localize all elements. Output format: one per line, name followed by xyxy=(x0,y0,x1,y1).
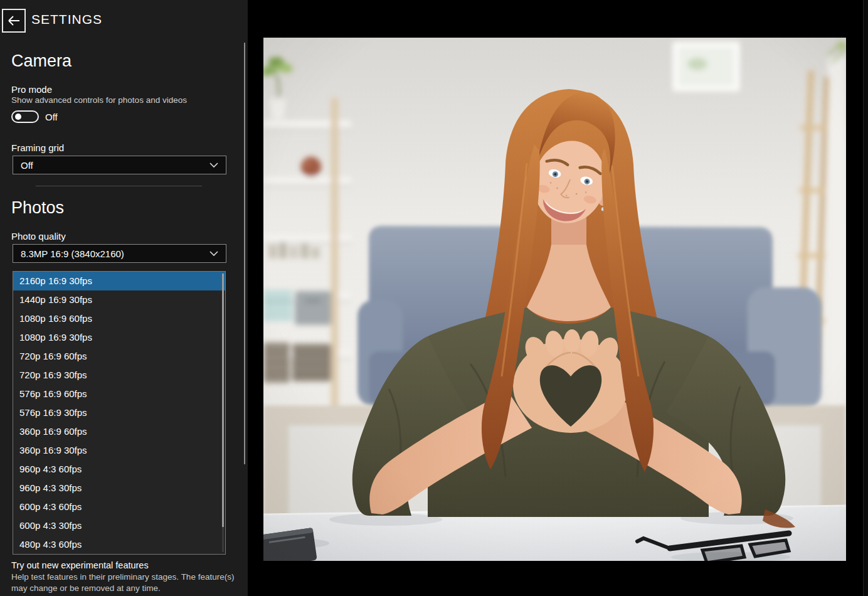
quality-option[interactable]: 600p 4:3 60fps xyxy=(13,498,225,516)
page-title: SETTINGS xyxy=(31,12,102,27)
experimental-features-title: Try out new experimental features xyxy=(11,560,149,570)
pro-mode-description: Show advanced controls for photos and vi… xyxy=(11,95,187,105)
quality-option[interactable]: 960p 4:3 30fps xyxy=(13,479,225,498)
back-arrow-icon xyxy=(6,13,21,28)
framing-grid-label: Framing grid xyxy=(11,142,64,153)
window-edge-strip xyxy=(863,0,868,596)
photo-quality-label: Photo quality xyxy=(11,231,66,242)
toggle-knob xyxy=(15,114,21,120)
quality-option[interactable]: 576p 16:9 60fps xyxy=(13,385,225,403)
framing-grid-select[interactable]: Off xyxy=(13,156,226,174)
quality-option[interactable]: 1080p 16:9 30fps xyxy=(13,328,225,347)
quality-option[interactable]: 600p 4:3 30fps xyxy=(13,516,225,535)
chevron-down-icon xyxy=(209,162,218,168)
quality-option[interactable]: 360p 16:9 60fps xyxy=(13,422,225,441)
quality-option[interactable]: 1440p 16:9 30fps xyxy=(13,290,225,309)
experimental-features-description: Help test features in their preliminary … xyxy=(11,572,240,593)
chevron-down-icon xyxy=(209,251,218,257)
quality-option[interactable]: 2160p 16:9 30fps xyxy=(13,272,225,290)
section-divider xyxy=(36,186,202,186)
settings-panel: SETTINGS Camera Pro mode Show advanced c… xyxy=(0,0,248,596)
quality-option[interactable]: 480p 4:3 60fps xyxy=(13,535,225,554)
camera-preview-photo xyxy=(263,38,846,561)
pro-mode-toggle[interactable] xyxy=(11,110,39,123)
photo-quality-value: 8.3MP 16:9 (3840x2160) xyxy=(21,248,124,259)
panel-scrollbar[interactable] xyxy=(244,43,245,464)
framing-grid-value: Off xyxy=(21,160,33,171)
back-button[interactable] xyxy=(2,9,26,33)
flyout-scrollbar-thumb[interactable] xyxy=(222,274,224,527)
preview-illustration xyxy=(263,38,846,561)
camera-section-heading: Camera xyxy=(11,51,71,71)
quality-option[interactable]: 576p 16:9 30fps xyxy=(13,403,225,422)
pro-mode-label: Pro mode xyxy=(11,84,52,95)
photos-section-heading: Photos xyxy=(11,198,64,218)
pro-mode-state: Off xyxy=(45,112,58,122)
quality-option[interactable]: 720p 16:9 30fps xyxy=(13,366,225,385)
quality-options-flyout: 2160p 16:9 30fps 1440p 16:9 30fps 1080p … xyxy=(13,271,226,555)
quality-option[interactable]: 1080p 16:9 60fps xyxy=(13,309,225,328)
photo-quality-select[interactable]: 8.3MP 16:9 (3840x2160) xyxy=(13,244,226,263)
quality-option[interactable]: 360p 16:9 30fps xyxy=(13,441,225,460)
quality-option[interactable]: 960p 4:3 60fps xyxy=(13,460,225,479)
quality-option[interactable]: 720p 16:9 60fps xyxy=(13,347,225,366)
